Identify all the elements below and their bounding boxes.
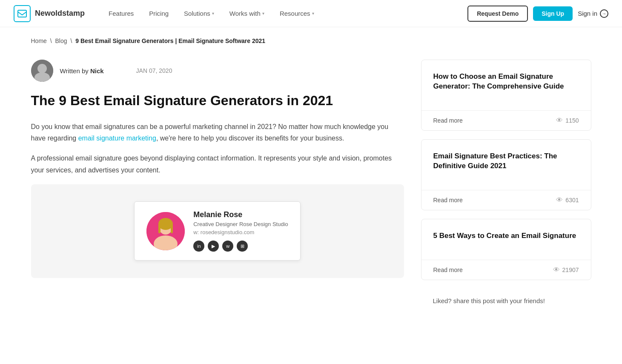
article-paragraph-1: Do you know that email signatures can be… — [31, 121, 404, 144]
sig-avatar — [146, 212, 185, 250]
sidebar-card-2-title: Email Signature Best Practices: The Defi… — [433, 152, 579, 171]
breadcrumb-current: 9 Best Email Signature Generators | Emai… — [75, 37, 265, 44]
view-count-3: 👁 21907 — [553, 266, 579, 274]
view-count-1: 👁 1150 — [556, 117, 579, 124]
article-column: Written by Nick JAN 07, 2020 The 9 Best … — [31, 60, 404, 313]
signature-preview: Melanie Rose Creative Designer Rose Desi… — [134, 201, 301, 261]
whatsapp-icon: w — [222, 241, 233, 252]
sidebar-card-1-title: How to Choose an Email Signature Generat… — [433, 72, 579, 92]
eye-icon-3: 👁 — [553, 266, 560, 274]
chevron-down-icon: ▾ — [312, 11, 314, 16]
read-more-link-3[interactable]: Read more — [433, 267, 463, 273]
article-paragraph-2: A professional email signature goes beyo… — [31, 152, 404, 175]
breadcrumb-home[interactable]: Home — [31, 37, 47, 44]
sidebar-card-1-inner: How to Choose an Email Signature Generat… — [421, 60, 591, 110]
article-image: Melanie Rose Creative Designer Rose Desi… — [31, 184, 404, 278]
sidebar-card-3-footer: Read more 👁 21907 — [421, 260, 591, 280]
sidebar-card-3-title: 5 Best Ways to Create an Email Signature — [433, 231, 579, 241]
eye-icon-1: 👁 — [556, 117, 563, 124]
article-body: Do you know that email signatures can be… — [31, 121, 404, 176]
sign-in-icon: → — [600, 9, 608, 18]
svg-point-4 — [158, 218, 173, 230]
nav-solutions[interactable]: Solutions ▾ — [177, 6, 221, 20]
article-date: JAN 07, 2020 — [136, 67, 172, 74]
sign-up-button[interactable]: Sign Up — [533, 6, 573, 21]
sidebar-card-2-inner: Email Signature Best Practices: The Defi… — [421, 140, 591, 190]
breadcrumb-sep-1: \ — [50, 37, 52, 44]
brand-name: Newoldstamp — [35, 9, 85, 18]
logo-icon — [14, 5, 31, 22]
sig-title: Creative Designer Rose Design Studio — [193, 221, 288, 227]
sidebar-card-2-footer: Read more 👁 6301 — [421, 190, 591, 210]
breadcrumb: Home \ Blog \ 9 Best Email Signature Gen… — [31, 27, 591, 51]
youtube-icon: ▶ — [208, 241, 219, 252]
breadcrumb-blog[interactable]: Blog — [55, 37, 67, 44]
instagram-icon: in — [193, 241, 204, 252]
svg-rect-0 — [18, 10, 26, 17]
nav-actions: Request Demo Sign Up Sign in → — [467, 6, 608, 22]
author-name: Written by Nick — [60, 67, 104, 75]
sidebar: How to Choose an Email Signature Generat… — [421, 60, 591, 313]
breadcrumb-sep-2: \ — [70, 37, 72, 44]
nav-links: Features Pricing Solutions ▾ Works with … — [102, 6, 467, 20]
chevron-down-icon: ▾ — [212, 11, 214, 16]
nav-resources[interactable]: Resources ▾ — [273, 6, 321, 20]
navbar: Newoldstamp Features Pricing Solutions ▾… — [0, 0, 622, 27]
article-title: The 9 Best Email Signature Generators in… — [31, 92, 404, 109]
nav-features[interactable]: Features — [102, 6, 140, 20]
sidebar-card-1-footer: Read more 👁 1150 — [421, 110, 591, 130]
share-text: Liked? share this post with your friends… — [421, 289, 591, 313]
chevron-down-icon: ▾ — [262, 11, 264, 16]
read-more-link-2[interactable]: Read more — [433, 197, 463, 203]
nav-works-with[interactable]: Works with ▾ — [223, 6, 271, 20]
eye-icon-2: 👁 — [556, 196, 563, 204]
email-signature-marketing-link[interactable]: email signature marketing — [78, 135, 156, 142]
sign-in-link[interactable]: Sign in → — [578, 9, 608, 18]
sig-website: w: rosedesignstudio.com — [193, 229, 288, 235]
author-row: Written by Nick JAN 07, 2020 — [31, 60, 404, 82]
request-demo-button[interactable]: Request Demo — [467, 6, 528, 22]
view-count-2: 👁 6301 — [556, 196, 579, 204]
svg-rect-6 — [171, 224, 173, 233]
article-image-inner: Melanie Rose Creative Designer Rose Desi… — [31, 184, 404, 278]
sidebar-card-3-inner: 5 Best Ways to Create an Email Signature — [421, 219, 591, 260]
sig-text: Melanie Rose Creative Designer Rose Desi… — [193, 210, 288, 252]
sig-name: Melanie Rose — [193, 210, 288, 219]
read-more-link-1[interactable]: Read more — [433, 117, 463, 124]
svg-rect-5 — [158, 224, 161, 233]
brand-logo[interactable]: Newoldstamp — [14, 5, 85, 22]
sidebar-card-3: 5 Best Ways to Create an Email Signature… — [421, 219, 591, 280]
rss-icon: ⊞ — [237, 241, 248, 252]
avatar — [31, 60, 53, 82]
content-area: Written by Nick JAN 07, 2020 The 9 Best … — [31, 51, 591, 313]
sidebar-card-1: How to Choose an Email Signature Generat… — [421, 60, 591, 131]
sig-social-icons: in ▶ w ⊞ — [193, 241, 288, 252]
sidebar-card-2: Email Signature Best Practices: The Defi… — [421, 139, 591, 210]
nav-pricing[interactable]: Pricing — [142, 6, 175, 20]
